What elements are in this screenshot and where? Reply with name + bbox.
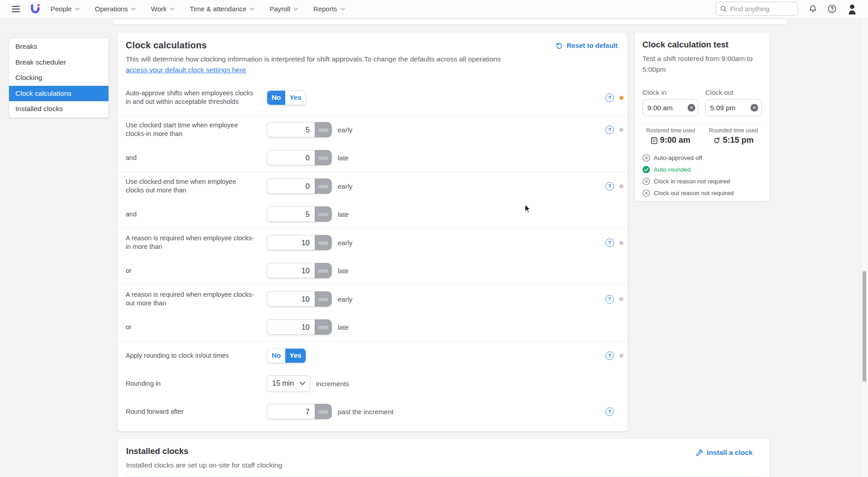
suffix-label: increments: [316, 380, 349, 388]
unit-chip: min: [315, 235, 332, 250]
minutes-input[interactable]: [267, 319, 315, 335]
sidebar-item-break-scheduler[interactable]: Break scheduler: [9, 55, 108, 70]
chevron-down-icon: [250, 8, 254, 10]
setting-label: A reason is required when employee clock…: [126, 234, 261, 251]
nav-people[interactable]: People: [51, 5, 80, 13]
rounded-time-caption: Rounded time used: [705, 127, 762, 134]
minutes-input[interactable]: [267, 178, 315, 194]
sidebar-item-breaks[interactable]: Breaks: [9, 39, 108, 55]
help-icon[interactable]: ?: [605, 94, 614, 102]
test-panel-title: Clock calculation test: [642, 40, 762, 50]
search-input[interactable]: [730, 5, 789, 13]
top-bar: People Operations Work Time & attendance…: [0, 0, 868, 18]
help-icon[interactable]: ?: [605, 126, 614, 134]
suffix-label: early: [338, 295, 353, 303]
minutes-input[interactable]: [267, 404, 315, 419]
minutes-input-group: min: [267, 263, 332, 278]
sidebar-item-clocking[interactable]: Clocking: [9, 70, 108, 86]
unit-chip: min: [315, 404, 332, 419]
setting-label: and: [126, 210, 261, 219]
install-a-clock-button[interactable]: Install a clock: [695, 449, 753, 457]
rounded-time-value-row: 5:15 pm: [705, 136, 762, 145]
setting-label: Use clocked end time when employee clock…: [126, 178, 261, 195]
sidebar-item-installed-clocks[interactable]: Installed clocks: [9, 101, 108, 117]
status-dot: [619, 96, 623, 100]
suffix-label: late: [338, 154, 349, 162]
unit-chip: min: [315, 178, 332, 194]
sidebar-item-clock-calculations[interactable]: Clock calculations: [9, 86, 108, 102]
chevron-down-icon: [170, 8, 175, 10]
user-avatar[interactable]: [847, 4, 857, 14]
toggle-yes-button[interactable]: Yes: [285, 91, 306, 105]
unit-chip: min: [315, 319, 332, 335]
help-icon[interactable]: ?: [605, 295, 614, 304]
setting-row-clocked-start-late: and min late: [118, 144, 627, 172]
nav-operations[interactable]: Operations: [95, 5, 136, 13]
notifications-bell-icon[interactable]: [809, 5, 817, 13]
status-text: Clock in reason not required: [654, 178, 730, 185]
minutes-input[interactable]: [267, 150, 315, 165]
setting-label: or: [126, 323, 261, 332]
rounded-time-value: 5:15 pm: [723, 136, 754, 145]
chevron-down-icon: [131, 8, 136, 10]
minutes-input-group: min: [267, 150, 332, 165]
minutes-input[interactable]: [267, 235, 315, 250]
nav-reports[interactable]: Reports: [313, 5, 345, 13]
suffix-label: early: [338, 126, 353, 134]
clock-in-label: Clock in: [642, 89, 699, 96]
scrollbar-thumb[interactable]: [863, 271, 866, 382]
unit-chip: min: [315, 291, 332, 307]
auto-approve-toggle: No Yes: [267, 90, 306, 105]
minutes-input-group: min: [267, 404, 332, 419]
clear-icon[interactable]: ✕: [750, 104, 758, 112]
clear-icon[interactable]: ✕: [688, 104, 695, 112]
x-circle-icon: [642, 154, 650, 162]
status-dot: [619, 241, 623, 245]
schedule-icon: [651, 137, 657, 144]
minutes-input[interactable]: [267, 291, 315, 307]
status-dot: [619, 184, 623, 188]
minutes-input-group: min: [267, 319, 332, 335]
x-circle-icon: [642, 178, 650, 185]
help-icon[interactable]: ?: [605, 407, 614, 416]
default-clock-settings-link[interactable]: access your default clock settings here: [126, 66, 246, 74]
help-icon[interactable]: [828, 5, 836, 13]
suffix-label: late: [338, 323, 349, 331]
reset-icon: [556, 42, 563, 49]
toggle-yes-button[interactable]: Yes: [285, 349, 306, 363]
status-auto-approved: Auto-approved off: [642, 154, 762, 162]
reset-to-default-button[interactable]: Reset to default: [556, 42, 618, 49]
clock-out-label: Clock out: [705, 89, 762, 96]
rostered-time-value: 9:00 am: [660, 136, 690, 145]
help-icon[interactable]: ?: [605, 351, 614, 360]
toggle-no-button[interactable]: No: [267, 349, 285, 363]
setting-row-reason-out-late: or min late: [118, 313, 627, 341]
minutes-input[interactable]: [267, 206, 315, 222]
setting-row-rounding-in: Rounding in 15 min increments: [118, 369, 627, 398]
setting-label: or: [126, 267, 261, 275]
refresh-icon: [713, 137, 720, 144]
nav-label: People: [51, 5, 72, 13]
installed-clocks-card: Installed clocks Installed clocks are se…: [118, 439, 769, 477]
scrollbar-track[interactable]: [862, 18, 868, 477]
help-icon[interactable]: ?: [605, 182, 614, 191]
setting-label: Rounding in: [126, 379, 261, 388]
toggle-no-button[interactable]: No: [267, 91, 285, 105]
unit-chip: min: [315, 150, 332, 165]
hamburger-menu-icon[interactable]: [12, 6, 20, 12]
rounding-increment-select[interactable]: 15 min: [267, 375, 310, 392]
global-search: [716, 2, 798, 16]
divider: [642, 123, 763, 123]
nav-label: Operations: [95, 5, 128, 13]
nav-payroll[interactable]: Payroll: [269, 5, 298, 13]
previous-section-card-edge: [113, 19, 787, 24]
setting-row-clocked-end-early: Use clocked end time when employee clock…: [118, 172, 627, 200]
setting-row-clocked-end-late: and min late: [118, 200, 627, 228]
help-icon[interactable]: ?: [605, 238, 614, 247]
app-logo[interactable]: [30, 3, 41, 15]
minutes-input[interactable]: [267, 263, 315, 278]
search-icon: [720, 5, 727, 12]
minutes-input[interactable]: [267, 122, 315, 137]
nav-time-attendance[interactable]: Time & attendance: [190, 5, 254, 13]
nav-work[interactable]: Work: [151, 5, 175, 13]
